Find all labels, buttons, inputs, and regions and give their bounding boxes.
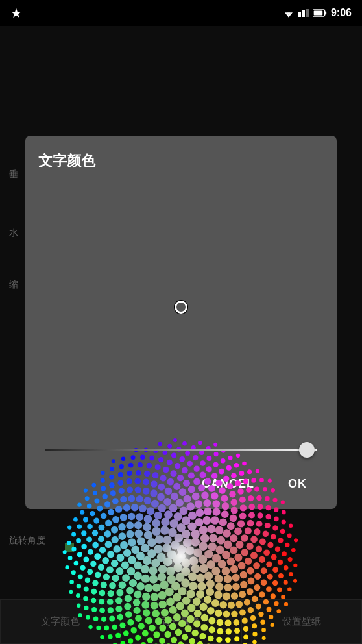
status-bar-right: 9:06 xyxy=(283,7,352,19)
color-selector xyxy=(175,301,187,314)
dialog-overlay: 文字颜色 xyxy=(0,0,362,644)
brightness-slider-container[interactable] xyxy=(45,443,317,456)
wifi-icon xyxy=(283,8,295,18)
svg-marker-3 xyxy=(298,12,301,17)
color-wheel-container[interactable] xyxy=(38,184,324,430)
star-icon: ★ xyxy=(10,5,22,21)
svg-marker-4 xyxy=(302,10,305,17)
svg-marker-5 xyxy=(306,9,309,17)
status-time: 9:06 xyxy=(331,7,352,19)
svg-rect-7 xyxy=(325,11,327,14)
status-bar: ★ 9:06 xyxy=(0,0,362,26)
status-bar-left: ★ xyxy=(10,5,22,21)
color-wheel-canvas[interactable] xyxy=(58,184,304,430)
signal-icon xyxy=(298,8,309,18)
dialog-title: 文字颜色 xyxy=(38,151,324,171)
color-picker-dialog: 文字颜色 xyxy=(25,136,337,509)
brightness-slider-track xyxy=(45,449,317,451)
brightness-slider-thumb[interactable] xyxy=(299,442,315,458)
color-wheel-interactive[interactable] xyxy=(58,433,304,645)
battery-icon xyxy=(313,8,327,18)
svg-rect-8 xyxy=(314,11,323,16)
